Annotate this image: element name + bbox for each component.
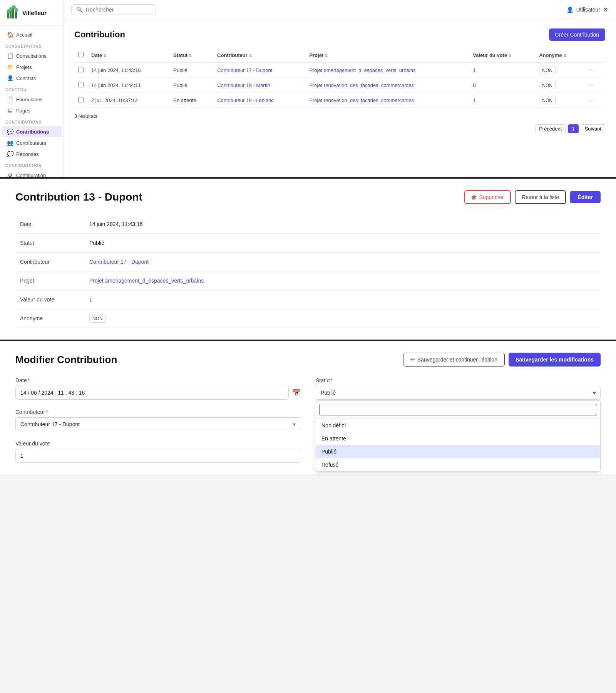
row-checkbox-1[interactable] [78, 82, 84, 87]
reponses-icon: 💭 [7, 151, 13, 157]
app-name: Villefleur [22, 10, 47, 16]
contributeur-link-0[interactable]: Contributeur 17 - Dupont [217, 67, 272, 73]
trash-icon: 🗑 [471, 194, 477, 200]
consultations-icon: 📋 [7, 53, 13, 59]
form-group-valeur: Valeur du vote [15, 440, 300, 463]
top-section: Villefleur 🏠 Accueil CONSULTATIONS 📋 Con… [0, 0, 616, 177]
svg-rect-3 [15, 12, 17, 18]
app-container: Villefleur 🏠 Accueil CONSULTATIONS 📋 Con… [0, 0, 616, 693]
cell-statut-0: Publié [169, 62, 213, 78]
contributeur-select[interactable]: Contributeur 17 - Dupont [15, 417, 300, 431]
sidebar-item-projets[interactable]: 📁 Projets [2, 62, 62, 72]
sidebar-item-reponses[interactable]: 💭 Réponses [2, 149, 62, 159]
save-button[interactable]: Sauvegarder les modifications [509, 353, 601, 367]
sidebar-item-label: Accueil [16, 32, 32, 38]
sidebar-item-contributions[interactable]: 💬 Contributions [2, 126, 62, 137]
edit-icon: ✏ [410, 357, 415, 363]
detail-value-anonyme: NON [85, 309, 601, 328]
sidebar-item-label: Réponses [16, 151, 39, 157]
sidebar-item-accueil[interactable]: 🏠 Accueil [2, 29, 62, 40]
option-publie[interactable]: Publié [316, 445, 600, 458]
contributions-icon: 💬 [7, 129, 13, 135]
form-actions: ✏ Sauvegarder et continuer l'édition Sau… [403, 353, 601, 367]
sidebar: Villefleur 🏠 Accueil CONSULTATIONS 📋 Con… [0, 0, 64, 177]
edit-button[interactable]: Éditer [570, 191, 601, 203]
statut-select-wrapper: Publié ▾ [316, 386, 601, 400]
row-checkbox-0[interactable] [78, 67, 84, 72]
statut-dropdown-menu: Non défini En attente Publié Refusé [316, 400, 601, 472]
detail-title: Contribution 13 - Dupont [15, 191, 142, 203]
gear-icon[interactable]: ⚙ [603, 7, 608, 13]
detail-section: Contribution 13 - Dupont 🗑 Supprimer Ret… [0, 177, 616, 341]
statut-required: * [331, 377, 333, 383]
sidebar-item-pages[interactable]: 🗂 Pages [2, 105, 62, 116]
svg-point-7 [15, 8, 18, 12]
row-actions-button-2[interactable]: ··· [589, 97, 595, 104]
create-contribution-button[interactable]: Créer Contribution [549, 28, 605, 41]
sidebar-item-label: Contributions [16, 129, 49, 135]
sidebar-item-contacts[interactable]: 👤 Contacts [2, 73, 62, 84]
table-row: 14 juin 2024, 11:43:16 Publié Contribute… [74, 62, 605, 78]
cell-actions-1: ··· [585, 78, 605, 93]
detail-label-anonyme: Anonyme [15, 309, 85, 328]
contributeur-link-2[interactable]: Contributeur 19 - Leblanc [217, 97, 274, 103]
statut-select-trigger[interactable]: Publié ▾ [316, 386, 601, 400]
page-1-button[interactable]: 1 [568, 124, 578, 133]
sidebar-item-label: Formulaires [16, 97, 43, 102]
contacts-icon: 👤 [7, 75, 13, 81]
contributeur-link-1[interactable]: Contributeur 18 - Martin [217, 82, 270, 88]
calendar-icon[interactable]: 📅 [292, 388, 300, 397]
col-projet: Projet⇅ [305, 49, 469, 62]
option-refuse[interactable]: Refusé [316, 458, 600, 471]
date-input[interactable] [15, 386, 289, 400]
sidebar-item-consultations[interactable]: 📋 Consultations [2, 50, 62, 61]
cell-projet-0: Projet amenagement_d_espaces_verts_urbai… [305, 62, 469, 78]
search-box[interactable]: 🔍 [71, 4, 156, 15]
valeur-input[interactable] [15, 449, 300, 463]
delete-button[interactable]: 🗑 Supprimer [464, 190, 511, 204]
svg-rect-0 [7, 13, 9, 18]
contributeur-link[interactable]: Contributeur 17 - Dupont [89, 259, 149, 265]
option-non-defini[interactable]: Non défini [316, 419, 600, 432]
content-header: Contribution Créer Contribution [74, 28, 605, 41]
search-icon: 🔍 [76, 7, 83, 13]
header-user: 👤 Utilisateur ⚙ [567, 7, 608, 13]
cell-anonyme-1: NON [535, 78, 585, 93]
sidebar-item-contributeurs[interactable]: 👥 Contributeurs [2, 137, 62, 148]
dropdown-search-input[interactable] [319, 404, 597, 415]
statut-dropdown-container: Publié ▾ Non défini En attente Publié Re… [316, 386, 601, 400]
valeur-label: Valeur du vote [15, 440, 300, 447]
projet-link-2[interactable]: Projet renovation_des_facades_commercant… [309, 97, 414, 103]
search-input[interactable] [86, 7, 151, 13]
sidebar-item-formulaires[interactable]: 📄 Formulaires [2, 94, 62, 105]
form-group-date: Date* 📅 [15, 377, 300, 400]
statut-selected-value: Publié [321, 390, 336, 396]
cell-valeur-1: 0 [469, 78, 535, 93]
next-page-button[interactable]: Suivant [581, 124, 605, 133]
row-actions-button-0[interactable]: ··· [589, 67, 595, 74]
back-to-list-button[interactable]: Retour à la liste [515, 190, 566, 204]
form-title: Modifier Contribution [15, 354, 117, 366]
results-count: 3 résultats [74, 113, 605, 119]
pagination: Précédent 1 Suivant [74, 124, 605, 133]
col-date: Date⇅ [87, 49, 169, 62]
form-group-statut: Statut* Publié ▾ Non défini En [316, 377, 601, 400]
cell-contributeur-2: Contributeur 19 - Leblanc [213, 93, 305, 108]
detail-label-contributeur: Contributeur [15, 253, 85, 271]
sidebar-item-label: Contributeurs [16, 140, 46, 146]
table-row: 2 juil. 2024, 10:37:12 En attente Contri… [74, 93, 605, 108]
select-all-checkbox[interactable] [78, 52, 84, 57]
projet-link-0[interactable]: Projet amenagement_d_espaces_verts_urbai… [309, 67, 415, 73]
row-checkbox-2[interactable] [78, 97, 84, 102]
prev-page-button[interactable]: Précédent [535, 124, 566, 133]
anonyme-badge: NON [89, 315, 106, 323]
save-continue-button[interactable]: ✏ Sauvegarder et continuer l'édition [403, 353, 505, 367]
projet-link[interactable]: Projet amenagement_d_espaces_verts_urbai… [89, 278, 204, 284]
row-actions-button-1[interactable]: ··· [589, 82, 595, 89]
user-label: Utilisateur [576, 7, 600, 13]
detail-table: Date 14 juin 2024, 11:43:16 Statut Publi… [15, 215, 601, 328]
edit-section: Modifier Contribution ✏ Sauvegarder et c… [0, 341, 616, 474]
option-en-attente[interactable]: En attente [316, 432, 600, 445]
detail-label-statut: Statut [15, 234, 85, 253]
projet-link-1[interactable]: Projet renovation_des_facades_commercant… [309, 82, 414, 88]
